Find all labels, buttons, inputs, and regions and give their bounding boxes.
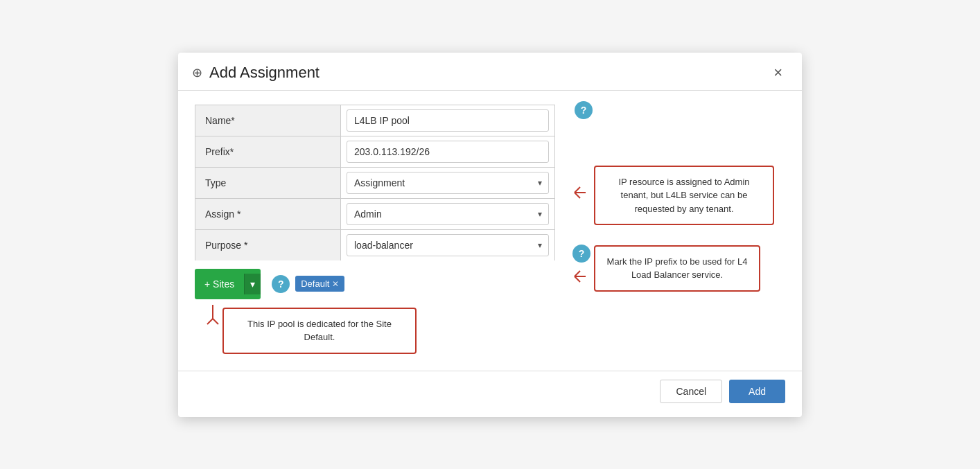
purpose-help-button[interactable]: ? <box>572 245 590 263</box>
sites-tooltip-area: This IP pool is dedicated for the Site D… <box>206 308 555 354</box>
sites-tooltip-box: This IP pool is dedicated for the Site D… <box>222 308 417 354</box>
prefix-help-button[interactable]: ? <box>575 101 593 119</box>
dialog-body: Name* Prefix* Type <box>178 91 802 365</box>
prefix-label: Prefix* <box>195 136 341 167</box>
sites-button[interactable]: + Sites ▾ <box>195 269 261 299</box>
svg-line-4 <box>575 187 580 193</box>
assign-cell: Admin Tenant1 Tenant2 ▾ <box>341 199 554 229</box>
dialog-header: ⊕ Add Assignment × <box>178 53 802 91</box>
sites-button-label: + Sites <box>195 274 244 294</box>
prefix-cell <box>341 136 554 167</box>
sites-tooltip-text: This IP pool is dedicated for the Site D… <box>247 319 392 343</box>
cancel-button[interactable]: Cancel <box>660 380 722 403</box>
right-panel: ? IP resource is assigned to Admin tenan… <box>572 105 785 292</box>
purpose-row: Purpose * load-balancer none kubernetes … <box>195 229 555 260</box>
purpose-label: Purpose * <box>195 230 341 260</box>
prefix-input[interactable] <box>347 141 549 163</box>
type-select-wrapper: Assignment Static Dynamic ▾ <box>347 172 549 194</box>
add-button[interactable]: Add <box>729 380 785 403</box>
assign-tooltip-text: IP resource is assigned to Admin tenant,… <box>618 177 749 214</box>
purpose-tooltip-row: ? Mark the IP prefix to be used for L4 L… <box>572 245 785 292</box>
type-label: Type <box>195 168 341 198</box>
sites-row: + Sites ▾ ? Default ✕ <box>195 269 555 299</box>
type-select[interactable]: Assignment Static Dynamic <box>347 172 549 194</box>
svg-line-5 <box>575 193 580 198</box>
svg-line-1 <box>213 319 218 324</box>
purpose-arrow-svg <box>572 267 591 292</box>
assign-tooltip-box: IP resource is assigned to Admin tenant,… <box>594 166 774 226</box>
assign-select[interactable]: Admin Tenant1 Tenant2 <box>347 203 549 225</box>
purpose-tooltip-text: Mark the IP prefix to be used for L4 Loa… <box>607 256 748 281</box>
add-assignment-dialog: ⊕ Add Assignment × Name* Prefix* <box>178 53 802 417</box>
name-input[interactable] <box>347 109 549 132</box>
type-row: Type Assignment Static Dynamic ▾ <box>195 167 555 198</box>
title-area: ⊕ Add Assignment <box>192 64 320 82</box>
tag-remove-icon[interactable]: ✕ <box>332 279 339 289</box>
purpose-select[interactable]: load-balancer none kubernetes <box>347 234 549 256</box>
dialog-title: Add Assignment <box>209 64 320 82</box>
sites-arrow-svg <box>206 305 220 333</box>
prefix-row: Prefix* <box>195 136 555 167</box>
svg-line-8 <box>575 276 580 282</box>
name-row: Name* <box>195 105 555 136</box>
sites-help-button[interactable]: ? <box>272 275 290 293</box>
assign-arrow-svg <box>572 183 591 208</box>
form-section: Name* Prefix* Type <box>195 105 555 354</box>
type-cell: Assignment Static Dynamic ▾ <box>341 168 554 198</box>
close-button[interactable]: × <box>771 64 785 82</box>
assign-select-wrapper: Admin Tenant1 Tenant2 ▾ <box>347 203 549 225</box>
default-tag: Default ✕ <box>295 276 344 292</box>
svg-line-2 <box>207 319 213 324</box>
assign-row: Assign * Admin Tenant1 Tenant2 ▾ <box>195 198 555 229</box>
main-content: Name* Prefix* Type <box>195 105 785 354</box>
assign-label: Assign * <box>195 199 341 229</box>
svg-line-7 <box>575 271 580 276</box>
tag-label: Default <box>301 278 329 289</box>
assign-tooltip-container: IP resource is assigned to Admin tenant,… <box>572 166 785 226</box>
purpose-tooltip-box: Mark the IP prefix to be used for L4 Loa… <box>594 245 760 292</box>
name-cell <box>341 105 554 136</box>
sites-dropdown-arrow-icon: ▾ <box>244 274 261 294</box>
name-label: Name* <box>195 105 341 136</box>
purpose-cell: load-balancer none kubernetes ▾ <box>341 230 554 260</box>
move-icon: ⊕ <box>192 65 202 80</box>
purpose-select-wrapper: load-balancer none kubernetes ▾ <box>347 234 549 256</box>
dialog-footer: Cancel Add <box>178 371 802 417</box>
